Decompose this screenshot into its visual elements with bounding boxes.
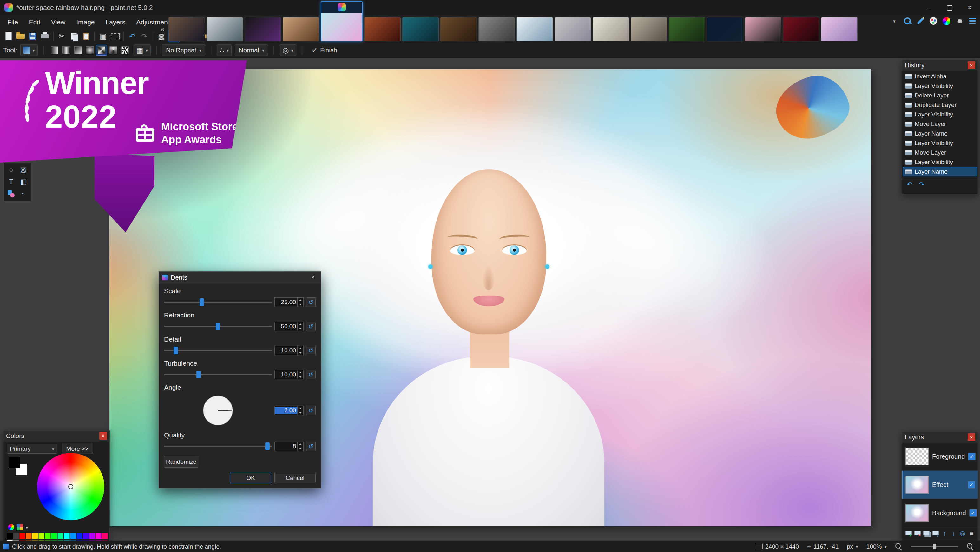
- refraction-slider[interactable]: [164, 321, 272, 332]
- detail-reset-button[interactable]: ↺: [306, 346, 316, 355]
- spinner-buttons[interactable]: [297, 322, 303, 331]
- history-item[interactable]: Layer Visibility: [903, 110, 977, 120]
- menu-view[interactable]: View: [46, 15, 71, 29]
- layer-row-background[interactable]: Background✓: [902, 499, 978, 527]
- palette-icon[interactable]: [929, 16, 938, 26]
- zoom-slider-thumb[interactable]: [933, 544, 936, 549]
- copy-button[interactable]: [68, 30, 80, 42]
- palette-swatch[interactable]: [38, 533, 45, 539]
- image-tab-astronaut[interactable]: [207, 17, 243, 41]
- history-item[interactable]: Layer Name: [903, 129, 977, 139]
- refraction-value[interactable]: 50.00: [274, 322, 304, 331]
- zoom-in-icon[interactable]: +: [967, 543, 974, 550]
- move-layer-up-icon[interactable]: ↑: [941, 529, 948, 538]
- recolor-icon[interactable]: ▨: [18, 164, 29, 175]
- image-tab-night-sea[interactable]: [707, 17, 743, 41]
- color-wheel[interactable]: [37, 453, 104, 520]
- blend-mode-dropdown[interactable]: Normal ▾: [235, 45, 268, 56]
- history-item[interactable]: Layer Visibility: [903, 139, 977, 148]
- image-tab-rose-red[interactable]: [783, 17, 819, 41]
- history-item[interactable]: Invert Alpha: [903, 72, 977, 81]
- slider-thumb[interactable]: [173, 347, 178, 354]
- image-tab-rainbow-hair-current[interactable]: [321, 1, 363, 41]
- gradient-mode-linear-diagonal[interactable]: [73, 45, 83, 56]
- gradient-mode-linear-reflected[interactable]: [61, 45, 72, 56]
- open-file-button[interactable]: [14, 30, 27, 42]
- spinner-down-icon[interactable]: [298, 446, 303, 451]
- close-icon[interactable]: ×: [99, 432, 107, 440]
- scale-reset-button[interactable]: ↺: [306, 297, 316, 307]
- spinner-up-icon[interactable]: [298, 322, 303, 326]
- spinner-up-icon[interactable]: [298, 298, 303, 302]
- redo-button[interactable]: ↷: [138, 30, 150, 42]
- spinner-up-icon[interactable]: [298, 346, 303, 351]
- pencil-icon[interactable]: [916, 16, 925, 26]
- gradient-tool-icon[interactable]: ◧: [18, 176, 29, 188]
- spinner-buttons[interactable]: [297, 298, 303, 306]
- scale-value[interactable]: 25.00: [274, 297, 304, 307]
- deselect-button[interactable]: [109, 30, 121, 42]
- image-tab-portrait-dark[interactable]: [169, 17, 205, 41]
- color-target-dropdown[interactable]: Primary ▾: [7, 444, 57, 454]
- ok-button[interactable]: OK: [230, 473, 271, 483]
- chevron-down-icon[interactable]: ▾: [890, 16, 899, 26]
- delete-layer-icon[interactable]: ×: [914, 529, 921, 538]
- move-layer-down-icon[interactable]: ↓: [950, 529, 957, 538]
- history-item[interactable]: Layer Visibility: [903, 158, 977, 167]
- detail-value[interactable]: 10.00: [274, 346, 304, 355]
- palette-swatch[interactable]: [26, 533, 32, 539]
- history-item[interactable]: Move Layer: [903, 120, 977, 129]
- palette-swatch[interactable]: [51, 533, 57, 539]
- repeat-mode-dropdown[interactable]: No Repeat ▾: [162, 45, 205, 56]
- image-tab-ship-sepia[interactable]: [440, 17, 477, 41]
- close-icon[interactable]: ×: [308, 273, 318, 282]
- spinner-down-icon[interactable]: [298, 375, 303, 379]
- turbulence-slider[interactable]: [164, 369, 272, 380]
- image-tab-cat-light[interactable]: [593, 17, 629, 41]
- sampling-button[interactable]: ∴ ▾: [217, 45, 232, 56]
- history-item[interactable]: Layer Visibility: [903, 81, 977, 91]
- angle-value[interactable]: 2.00: [274, 406, 304, 415]
- gear-icon[interactable]: [955, 16, 964, 26]
- layer-properties-icon[interactable]: ≡: [968, 529, 975, 538]
- layer-visible-checkbox[interactable]: ✓: [968, 453, 975, 460]
- quality-reset-button[interactable]: ↺: [306, 442, 316, 451]
- cancel-button[interactable]: Cancel: [274, 473, 316, 483]
- merge-down-icon[interactable]: ↓: [932, 529, 939, 538]
- slider-thumb[interactable]: [200, 298, 204, 306]
- cut-button[interactable]: ✂: [56, 30, 68, 42]
- image-tab-pink-portrait[interactable]: [821, 17, 858, 41]
- image-tab-wolf[interactable]: [479, 17, 515, 41]
- palette-swatch[interactable]: [19, 533, 25, 539]
- layer-visible-checkbox[interactable]: ✓: [969, 509, 977, 517]
- zoom-out-icon[interactable]: −: [895, 543, 903, 550]
- save-file-button[interactable]: [27, 30, 39, 42]
- finish-button[interactable]: ✓ Finish: [308, 45, 341, 56]
- menu-file[interactable]: File: [2, 15, 24, 29]
- spinner-buttons[interactable]: [297, 346, 303, 355]
- print-button[interactable]: [39, 30, 51, 42]
- history-item[interactable]: Duplicate Layer: [903, 100, 977, 110]
- image-tab-night-city[interactable]: [402, 17, 439, 41]
- palette-swatch[interactable]: [7, 533, 13, 539]
- spinner-down-icon[interactable]: [298, 351, 303, 355]
- menu-layers[interactable]: Layers: [100, 15, 131, 29]
- undo-button[interactable]: ↶: [126, 30, 138, 42]
- color-picker-icon[interactable]: ◌: [5, 164, 17, 175]
- wrench-icon[interactable]: [903, 16, 912, 26]
- history-item[interactable]: Delete Layer: [903, 91, 977, 100]
- image-tab-snow-mountain[interactable]: [517, 17, 553, 41]
- palette-swatch[interactable]: [32, 533, 38, 539]
- palette-swatch[interactable]: [57, 533, 64, 539]
- paste-button[interactable]: [80, 30, 92, 42]
- refraction-reset-button[interactable]: ↺: [306, 322, 316, 331]
- layer-row-foreground[interactable]: Foreground✓: [902, 442, 978, 471]
- spinner-down-icon[interactable]: [298, 302, 303, 306]
- layer-visible-checkbox[interactable]: ✓: [967, 481, 975, 488]
- slider-thumb[interactable]: [265, 442, 270, 450]
- gradient-mode-radial[interactable]: [84, 45, 95, 56]
- new-file-button[interactable]: [3, 30, 14, 42]
- collapse-thumbnails-button[interactable]: «: [158, 18, 167, 41]
- gradient-mode-conic[interactable]: [108, 45, 119, 56]
- angle-dial[interactable]: [203, 396, 233, 425]
